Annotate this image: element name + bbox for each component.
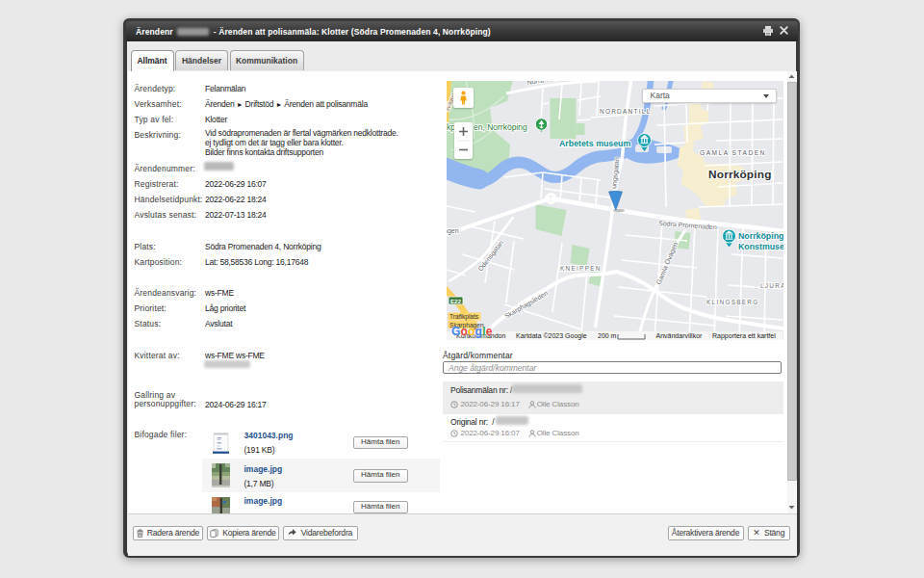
svg-text:Arbetets museum: Arbetets museum: [559, 139, 630, 148]
svg-text:Norrköping: Norrköping: [738, 231, 783, 241]
svg-text:ägen: ägen: [447, 227, 459, 235]
svg-text:Norrköping: Norrköping: [708, 168, 772, 181]
svg-text:Konstmuse: Konstmuse: [738, 242, 783, 251]
svg-text:en, Norrköping: en, Norrköping: [474, 122, 527, 132]
svg-text:GAMLA STADEN: GAMLA STADEN: [700, 149, 766, 156]
svg-text:Trafikplats: Trafikplats: [449, 313, 479, 321]
svg-text:LJURA: LJURA: [760, 282, 783, 289]
svg-text:KNEIPPEN: KNEIPPEN: [560, 265, 602, 272]
svg-text:E22: E22: [449, 298, 461, 304]
svg-text:NORDANTILL: NORDANTILL: [600, 108, 651, 115]
svg-text:KLINGSBERG: KLINGSBERG: [706, 299, 759, 305]
